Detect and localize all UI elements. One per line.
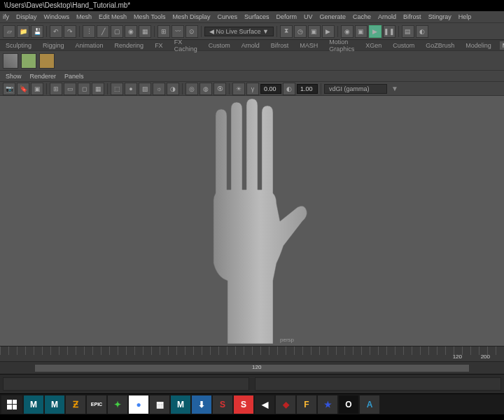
playback-left-panel[interactable]	[3, 377, 249, 391]
grid-toggle-icon[interactable]: ⊞	[50, 83, 62, 95]
taskbar-app[interactable]: Ƶ	[66, 396, 85, 414]
layout-icon[interactable]: ▤	[402, 25, 414, 38]
shelf-tool-icon[interactable]	[21, 53, 36, 69]
exposure-icon[interactable]: ☀	[232, 83, 245, 95]
gate-mask-icon[interactable]: ▦	[92, 83, 104, 95]
menu-curves[interactable]: Curves	[217, 13, 237, 20]
resolution-gate-icon[interactable]: ◻	[78, 83, 90, 95]
new-scene-icon[interactable]: ▱	[3, 25, 15, 38]
start-button[interactable]	[1, 396, 22, 414]
taskbar-app[interactable]: M	[45, 396, 64, 414]
taskbar-app[interactable]: M	[24, 396, 43, 414]
taskbar-app[interactable]: ⬇	[192, 396, 211, 414]
taskbar-app[interactable]: A	[360, 396, 379, 414]
redo-icon[interactable]: ↷	[64, 25, 76, 38]
shelf-tab-animation[interactable]: Animation	[73, 41, 106, 50]
image-plane-icon[interactable]: ▣	[31, 83, 43, 95]
wireframe-icon[interactable]: ⬚	[111, 83, 123, 95]
taskbar-app[interactable]: ◆	[276, 396, 295, 414]
hand-model[interactable]	[182, 99, 322, 344]
shelf-tab-rigging[interactable]: Rigging	[40, 41, 67, 50]
panel-menu-panels[interactable]: Panels	[64, 73, 84, 80]
taskbar-app[interactable]: O	[339, 396, 358, 414]
pause-icon[interactable]: ❚❚	[383, 25, 396, 38]
shelf-tab-mash[interactable]: MASH	[297, 41, 321, 50]
live-surface-dropdown[interactable]: ◀ No Live Surface ▼	[204, 27, 274, 36]
panel-menu-show[interactable]: Show	[6, 73, 22, 80]
shelf-tab-custom[interactable]: Custom	[390, 41, 417, 50]
render-region-icon[interactable]: ▣	[355, 25, 368, 38]
textured-icon[interactable]: ▨	[139, 83, 151, 95]
isolate-icon[interactable]: ◎	[186, 83, 198, 95]
select-vertex-icon[interactable]: ⋮	[83, 25, 95, 38]
joint-xray-icon[interactable]: ⦿	[214, 83, 226, 95]
lights-icon[interactable]: ☼	[153, 83, 165, 95]
taskbar-app[interactable]: ✦	[108, 396, 127, 414]
shelf-tab-modelingtools[interactable]: ModelingTools	[500, 41, 504, 50]
menu-ify[interactable]: ify	[3, 13, 9, 20]
taskbar-app[interactable]: ▦	[150, 396, 169, 414]
taskbar-app[interactable]: M	[171, 396, 190, 414]
film-gate-icon[interactable]: ▭	[64, 83, 76, 95]
menu-surfaces[interactable]: Surfaces	[244, 13, 270, 20]
taskbar-app[interactable]: ●	[129, 396, 148, 414]
select-object-icon[interactable]: ◉	[125, 25, 137, 38]
taskbar-app[interactable]: ★	[318, 396, 337, 414]
shelf-tab-motion graphics[interactable]: Motion Graphics	[326, 38, 357, 53]
menu-display[interactable]: Display	[16, 13, 37, 20]
shelf-tab-fx[interactable]: FX	[152, 41, 166, 50]
gamma-field[interactable]	[297, 84, 318, 94]
shelf-tab-xgen[interactable]: XGen	[363, 41, 384, 50]
time-slider[interactable]: 120 200	[0, 346, 504, 361]
menu-mesh[interactable]: Mesh	[76, 13, 92, 20]
perspective-viewport[interactable]: persp	[0, 95, 504, 346]
menu-cache[interactable]: Cache	[353, 13, 371, 20]
taskbar-app[interactable]: ◀	[255, 396, 274, 414]
menu-uv[interactable]: UV	[304, 13, 313, 20]
select-uv-icon[interactable]: ▦	[139, 25, 151, 38]
render-icon[interactable]: ▶	[322, 25, 335, 38]
render-view-icon[interactable]: ▶	[369, 25, 382, 38]
playback-right-panel[interactable]	[255, 377, 501, 391]
gamma-icon[interactable]: γ	[246, 83, 259, 95]
panel-menu-renderer[interactable]: Renderer	[30, 73, 57, 80]
menu-stingray[interactable]: Stingray	[428, 13, 451, 20]
undo-icon[interactable]: ↶	[50, 25, 62, 38]
snap-grid-icon[interactable]: ⊞	[158, 25, 170, 38]
menu-mesh-tools[interactable]: Mesh Tools	[134, 13, 165, 20]
shelf-tab-sculpting[interactable]: Sculpting	[3, 41, 34, 50]
shelf-tab-modeling[interactable]: Modeling	[463, 41, 494, 50]
ipr-icon[interactable]: ◉	[341, 25, 354, 38]
camera-select-icon[interactable]: 📷	[3, 83, 15, 95]
open-scene-icon[interactable]: 📁	[17, 25, 29, 38]
menu-help[interactable]: Help	[458, 13, 472, 20]
shelf-tab-custom[interactable]: Custom	[206, 41, 233, 50]
snap-point-icon[interactable]: ⊙	[186, 25, 198, 38]
taskbar-app[interactable]: S	[213, 396, 232, 414]
taskbar-app[interactable]: EPIC	[87, 396, 106, 414]
range-bar[interactable]: 120	[35, 365, 469, 372]
shelf-tab-rendering[interactable]: Rendering	[112, 41, 147, 50]
menu-deform[interactable]: Deform	[276, 13, 298, 20]
range-slider[interactable]: 120	[0, 361, 504, 374]
xray-icon[interactable]: ◍	[200, 83, 212, 95]
menu-windows[interactable]: Windows	[44, 13, 70, 20]
shelf-tab-arnold[interactable]: Arnold	[239, 41, 262, 50]
shelf-tool-icon[interactable]	[39, 53, 55, 69]
shadows-icon[interactable]: ◑	[167, 83, 179, 95]
construction-icon[interactable]: ▣	[308, 25, 321, 38]
shelf-tab-fx caching[interactable]: FX Caching	[172, 38, 200, 53]
history-icon[interactable]: ◷	[294, 25, 307, 38]
taskbar-app[interactable]: S	[234, 396, 253, 414]
shelf-tool-icon[interactable]	[3, 53, 18, 69]
bookmark-icon[interactable]: 🔖	[17, 83, 29, 95]
shelf-tab-bifrost[interactable]: Bifrost	[268, 41, 292, 50]
shelf-tab-gozbrush[interactable]: GoZBrush	[423, 41, 457, 50]
symmetry-icon[interactable]: ⧗	[280, 25, 293, 38]
hypershade-icon[interactable]: ◐	[416, 25, 428, 38]
menu-generate[interactable]: Generate	[320, 13, 346, 20]
menu-bifrost[interactable]: Bifrost	[403, 13, 421, 20]
snap-curve-icon[interactable]: 〰	[172, 25, 184, 38]
shaded-icon[interactable]: ●	[125, 83, 137, 95]
menu-arnold[interactable]: Arnold	[378, 13, 396, 20]
